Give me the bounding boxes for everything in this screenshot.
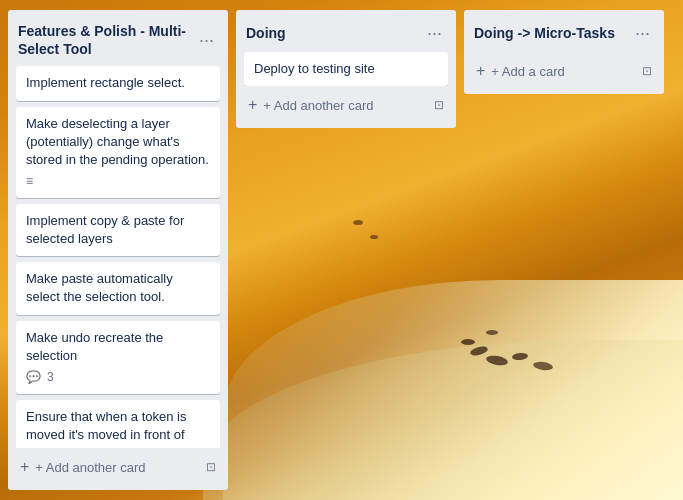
comment-count: 3 bbox=[47, 369, 54, 386]
comment-icon: 💬 bbox=[26, 369, 41, 386]
card-c4[interactable]: Make paste automatically select the sele… bbox=[16, 262, 220, 314]
add-icon-doing: + bbox=[248, 96, 257, 114]
column-microtasks: Doing -> Micro-Tasks ··· + + Add a card … bbox=[464, 10, 664, 94]
card-c6[interactable]: Ensure that when a token is moved it's m… bbox=[16, 400, 220, 448]
board-container: Features & Polish - Multi-Select Tool ··… bbox=[0, 0, 683, 500]
card-list-icon: ≡ bbox=[26, 173, 33, 190]
column-menu-doing[interactable]: ··· bbox=[423, 22, 446, 44]
column-title-microtasks: Doing -> Micro-Tasks bbox=[474, 24, 631, 42]
card-text-c4: Make paste automatically select the sele… bbox=[26, 271, 173, 304]
column-title-doing: Doing bbox=[246, 24, 423, 42]
add-card-label-microtasks: + Add a card bbox=[491, 64, 564, 79]
column-header-microtasks: Doing -> Micro-Tasks ··· bbox=[472, 18, 656, 52]
card-c3[interactable]: Implement copy & paste for selected laye… bbox=[16, 204, 220, 256]
add-icon-features: + bbox=[20, 458, 29, 476]
add-card-button-doing[interactable]: + + Add another card ⊡ bbox=[244, 90, 448, 120]
column-header-features: Features & Polish - Multi-Select Tool ··… bbox=[16, 18, 220, 66]
card-text-d1: Deploy to testing site bbox=[254, 61, 375, 76]
card-text-c6: Ensure that when a token is moved it's m… bbox=[26, 409, 186, 448]
cards-list-doing: Deploy to testing site bbox=[244, 52, 448, 86]
card-c5[interactable]: Make undo recreate the selection 💬 3 bbox=[16, 321, 220, 394]
card-text-c5: Make undo recreate the selection bbox=[26, 330, 163, 363]
card-text-c1: Implement rectangle select. bbox=[26, 75, 185, 90]
column-title-features: Features & Polish - Multi-Select Tool bbox=[18, 22, 195, 58]
template-icon-doing: ⊡ bbox=[434, 98, 444, 112]
card-text-c2: Make deselecting a layer (potentially) c… bbox=[26, 116, 209, 167]
column-features-polish: Features & Polish - Multi-Select Tool ··… bbox=[8, 10, 228, 490]
add-card-button-features[interactable]: + + Add another card ⊡ bbox=[16, 452, 220, 482]
card-meta-c2: ≡ bbox=[26, 173, 210, 190]
card-text-c3: Implement copy & paste for selected laye… bbox=[26, 213, 184, 246]
template-icon-microtasks: ⊡ bbox=[642, 64, 652, 78]
column-menu-microtasks[interactable]: ··· bbox=[631, 22, 654, 44]
add-card-button-microtasks[interactable]: + + Add a card ⊡ bbox=[472, 56, 656, 86]
add-icon-microtasks: + bbox=[476, 62, 485, 80]
add-card-label-features: + Add another card bbox=[35, 460, 145, 475]
cards-list-features: Implement rectangle select. Make deselec… bbox=[16, 66, 220, 448]
template-icon-features: ⊡ bbox=[206, 460, 216, 474]
card-c2[interactable]: Make deselecting a layer (potentially) c… bbox=[16, 107, 220, 198]
card-meta-c5: 💬 3 bbox=[26, 369, 210, 386]
card-d1[interactable]: Deploy to testing site bbox=[244, 52, 448, 86]
column-menu-features[interactable]: ··· bbox=[195, 29, 218, 51]
column-doing: Doing ··· Deploy to testing site + + Add… bbox=[236, 10, 456, 128]
add-card-label-doing: + Add another card bbox=[263, 98, 373, 113]
card-c1[interactable]: Implement rectangle select. bbox=[16, 66, 220, 100]
column-header-doing: Doing ··· bbox=[244, 18, 448, 52]
